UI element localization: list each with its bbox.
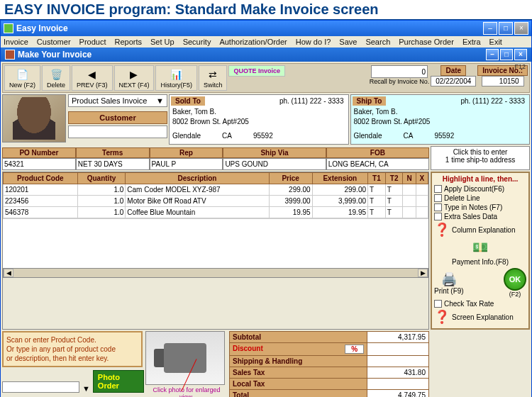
- main-window: Easy Invoice – □ × InvoiceCustomerProduc…: [0, 20, 532, 397]
- photo-order-button[interactable]: Photo Order: [93, 370, 144, 393]
- prev-button[interactable]: ◀PREV (F3): [72, 65, 113, 91]
- delete-button[interactable]: 🗑️Delete: [42, 65, 70, 91]
- terms-value[interactable]: NET 30 DAYS: [76, 158, 150, 170]
- sub-title-bar: Make Your Invoice – □ ×: [1, 47, 531, 62]
- sold-to-phone: ph. (111) 222 - 3333: [205, 96, 347, 106]
- col-header: Description: [126, 173, 269, 184]
- minimize-button[interactable]: –: [483, 22, 497, 35]
- ship-to-link[interactable]: Click this to enter 1 time ship-to addre…: [431, 146, 530, 170]
- date-label: Date: [440, 65, 466, 76]
- customer-photo[interactable]: [2, 94, 66, 142]
- printer-icon[interactable]: 🖨️: [441, 272, 457, 287]
- check-tax-check[interactable]: [434, 300, 442, 308]
- rep-value[interactable]: PAUL P: [150, 158, 223, 170]
- menu-product[interactable]: Product: [79, 38, 106, 46]
- shipvia-value[interactable]: UPS GOUND: [223, 158, 326, 170]
- col-header: Price: [269, 173, 312, 184]
- scroll-left-icon[interactable]: ◀: [4, 269, 13, 277]
- sold-to-addr: 8002 Brown St. Apt#205: [172, 117, 345, 127]
- localtax-value: [367, 379, 429, 390]
- customer-label: Customer: [68, 111, 167, 124]
- horizontal-scrollbar[interactable]: ◀ ▶: [3, 268, 428, 278]
- new-button[interactable]: 📄New (F2): [4, 65, 40, 91]
- col-header: Extension: [312, 173, 367, 184]
- money-icon[interactable]: 💵: [472, 240, 488, 255]
- history-icon: 📊: [169, 67, 184, 82]
- recall-input[interactable]: [371, 65, 428, 78]
- recall-label: Recall by Invoice No.: [370, 78, 430, 85]
- sub-maximize-button[interactable]: □: [500, 49, 513, 60]
- product-code-input[interactable]: [2, 381, 79, 393]
- date-value[interactable]: 02/22/2004: [431, 76, 476, 86]
- menu-exit[interactable]: Exit: [489, 38, 502, 46]
- discount-value[interactable]: [367, 343, 429, 356]
- menu-save[interactable]: Save: [339, 38, 357, 46]
- ship-to-panel: Ship Toph. (111) 222 - 3333 Baker, Tom B…: [350, 94, 531, 145]
- prev-icon: ◀: [84, 67, 100, 82]
- line-item-row[interactable]: 2234561.0Motor Bike Off Road ATV3999.003…: [4, 196, 428, 207]
- sub-title: Make Your Invoice: [18, 50, 484, 60]
- ok-button[interactable]: OK: [504, 268, 526, 291]
- col-header: T1: [368, 173, 386, 184]
- customer-input[interactable]: [68, 125, 167, 138]
- photo-caption: Click photo for enlarged view.: [145, 386, 228, 397]
- ship-to-phone: ph. (111) 222 - 3333: [386, 96, 528, 106]
- salestax-value: 431.80: [367, 367, 429, 379]
- maximize-button[interactable]: □: [499, 22, 513, 35]
- col-header: T2: [385, 173, 403, 184]
- title-bar: Easy Invoice – □ ×: [1, 21, 531, 36]
- dropdown-icon[interactable]: ▼: [82, 384, 90, 393]
- menu-security[interactable]: Security: [183, 38, 211, 46]
- extra-data-check[interactable]: [434, 213, 442, 220]
- line-item-row[interactable]: 5463781.0Coffee Blue Mountain19.9519.95T…: [4, 207, 428, 218]
- menu-extra[interactable]: Extra: [462, 38, 481, 46]
- menu-set-up[interactable]: Set Up: [150, 38, 174, 46]
- menu-authorization-order[interactable]: Authorization/Order: [219, 38, 287, 46]
- apply-discount-check[interactable]: [434, 185, 442, 193]
- side-title: Highlight a line, then...: [434, 175, 526, 183]
- chevron-down-icon: ▼: [156, 96, 164, 105]
- menu-customer[interactable]: Customer: [37, 38, 71, 46]
- notes-check[interactable]: [434, 203, 442, 211]
- header-fields: PO Number54321 TermsNET 30 DAYS RepPAUL …: [2, 147, 429, 170]
- invoice-no-value[interactable]: 10150: [482, 76, 524, 86]
- subtotal-value: 4,317.95: [367, 332, 429, 343]
- discount-pct-input[interactable]: %: [345, 345, 364, 354]
- help-icon[interactable]: ❓: [434, 222, 450, 237]
- sub-close-button[interactable]: ×: [514, 49, 527, 60]
- menu-invoice[interactable]: Invoice: [4, 38, 28, 46]
- sub-app-icon: [5, 50, 15, 60]
- ship-to-title: Ship To: [353, 96, 387, 106]
- ship-to-name: Baker, Tom B.: [354, 107, 527, 117]
- shipping-value[interactable]: [367, 356, 429, 367]
- menu-search[interactable]: Search: [365, 38, 390, 46]
- next-icon: ▶: [126, 67, 142, 82]
- po-value[interactable]: 54321: [2, 158, 76, 170]
- new-icon: 📄: [15, 67, 31, 82]
- next-button[interactable]: ▶NEXT (F4): [114, 65, 155, 91]
- menu-reports[interactable]: Reports: [114, 38, 142, 46]
- delete-line-check[interactable]: [434, 194, 442, 202]
- scroll-right-icon[interactable]: ▶: [418, 269, 428, 277]
- grid-blank-area: [3, 218, 428, 268]
- window-title: Easy Invoice: [16, 23, 482, 33]
- sub-minimize-button[interactable]: –: [486, 49, 499, 60]
- menu-bar: InvoiceCustomerProductReportsSet UpSecur…: [1, 36, 531, 47]
- product-photo[interactable]: [145, 331, 225, 385]
- line-item-row[interactable]: 1202011.0Cam Coder MODEL XYZ-987299.0029…: [4, 184, 428, 196]
- hint-box: Scan or enter Product Code. Or type in a…: [2, 331, 143, 367]
- close-button[interactable]: ×: [514, 22, 528, 35]
- menu-how-do-i-[interactable]: How do I?: [296, 38, 331, 46]
- history-button[interactable]: 📊History(F5): [155, 65, 197, 91]
- quote-button[interactable]: QUOTE Invoice: [228, 65, 285, 77]
- help-icon-2[interactable]: ❓: [434, 309, 450, 325]
- fob-value[interactable]: LONG BEACH, CA: [326, 158, 429, 170]
- switch-button[interactable]: ⇄Switch: [199, 65, 228, 91]
- totals-grid: Subtotal4,317.95 Discount % Shipping & H…: [229, 331, 429, 397]
- content-area: F12 📄New (F2) 🗑️Delete ◀PREV (F3) ▶NEXT …: [1, 62, 531, 397]
- menu-purchase-order[interactable]: Purchase Order: [399, 38, 454, 46]
- invoice-type-select[interactable]: Product Sales Invoice ▼: [68, 94, 167, 107]
- sold-to-title: Sold To: [171, 96, 205, 106]
- f12-label: F12: [514, 63, 526, 70]
- recall-box: Recall by Invoice No.: [370, 65, 430, 85]
